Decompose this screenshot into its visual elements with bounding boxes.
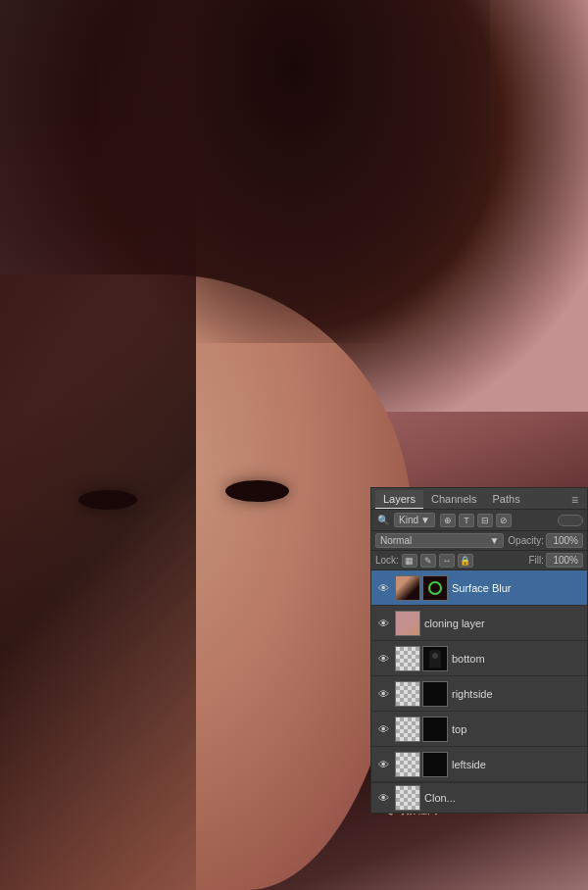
layer-item[interactable]: 👁 Surface Blur — [371, 570, 587, 606]
lock-move-button[interactable]: ↔ — [439, 554, 455, 568]
layer-name: top — [452, 723, 583, 735]
blend-opacity-row: Normal ▼ Opacity: 100% — [371, 531, 587, 551]
layer-name: Surface Blur — [452, 582, 583, 594]
eye-right — [225, 480, 289, 502]
fill-control: Fill: 100% — [528, 553, 583, 568]
hair-center — [98, 0, 490, 343]
blend-mode-chevron: ▼ — [489, 535, 499, 546]
layer-mask-thumbnail — [422, 752, 448, 777]
layer-visibility-toggle[interactable]: 👁 — [375, 616, 391, 631]
layer-thumbnails — [395, 575, 448, 601]
lock-fill-row: Lock: ▦ ✎ ↔ 🔒 Fill: 100% — [371, 551, 587, 570]
layer-thumbnails — [395, 785, 420, 811]
tab-paths[interactable]: Paths — [485, 490, 528, 509]
panel-menu-button[interactable]: ≡ — [566, 491, 583, 509]
layer-thumbnails — [395, 611, 420, 636]
filter-icon-plus[interactable]: ⊕ — [440, 514, 456, 527]
filter-kind-dropdown[interactable]: Kind ▼ — [394, 513, 435, 527]
layer-image-thumbnail — [395, 646, 420, 671]
layer-thumbnails — [395, 752, 448, 777]
filter-row: 🔍 Kind ▼ ⊕ T ⊟ ⊘ — [371, 510, 587, 531]
layer-thumbnails — [395, 717, 448, 742]
opacity-control: Opacity: 100% — [508, 533, 583, 548]
tab-layers[interactable]: Layers — [375, 490, 423, 509]
lock-paint-button[interactable]: ✎ — [420, 554, 436, 568]
layer-item[interactable]: 👁 rightside — [371, 676, 587, 712]
opacity-label: Opacity: — [508, 535, 544, 546]
layer-visibility-toggle[interactable]: 👁 — [375, 580, 391, 596]
layer-visibility-toggle[interactable]: 👁 — [375, 757, 391, 772]
layer-visibility-toggle[interactable]: 👁 — [375, 686, 391, 702]
filter-icon-shape[interactable]: ⊟ — [477, 514, 493, 527]
layer-visibility-toggle[interactable]: 👁 — [375, 721, 391, 737]
eye-left — [78, 490, 137, 510]
fill-input[interactable]: 100% — [546, 553, 583, 568]
layer-name: Clon... — [424, 792, 583, 804]
lock-label: Lock: — [375, 555, 399, 566]
layer-item[interactable]: 👁 top — [371, 712, 587, 747]
layers-list: 👁 Surface Blur 👁 cloning layer 👁 — [371, 570, 587, 782]
layer-name: cloning layer — [424, 618, 583, 629]
filter-kind-chevron: ▼ — [420, 515, 430, 525]
lock-icons: ▦ ✎ ↔ 🔒 — [402, 554, 473, 568]
layer-name: bottom — [452, 653, 583, 665]
layer-thumbnails — [395, 646, 448, 671]
layer-thumbnails — [395, 681, 448, 707]
layer-mask-thumbnail — [422, 681, 448, 707]
layer-image-thumbnail — [395, 681, 420, 707]
filter-kind-label: Kind — [399, 515, 418, 525]
search-icon: 🔍 — [375, 515, 391, 525]
lock-all-button[interactable]: 🔒 — [458, 554, 473, 568]
fill-label: Fill: — [528, 555, 544, 566]
layer-item-partial[interactable]: 👁 Clon... — [371, 782, 587, 813]
filter-toggle[interactable] — [558, 515, 583, 526]
filter-icons: ⊕ T ⊟ ⊘ — [440, 514, 512, 527]
layer-mask-thumbnail — [422, 575, 448, 601]
filter-icon-effect[interactable]: ⊘ — [496, 514, 512, 527]
layer-image-thumbnail — [395, 611, 420, 636]
layer-name: rightside — [452, 688, 583, 700]
layer-visibility-toggle[interactable]: 👁 — [375, 790, 391, 806]
filter-icon-text[interactable]: T — [459, 514, 474, 527]
panel-tabs: Layers Channels Paths ≡ — [371, 488, 587, 510]
layer-item[interactable]: 👁 cloning layer — [371, 606, 587, 641]
lock-pixels-button[interactable]: ▦ — [402, 554, 417, 568]
layers-panel: Layers Channels Paths ≡ 🔍 Kind ▼ ⊕ T ⊟ ⊘… — [370, 487, 588, 814]
tab-channels[interactable]: Channels — [423, 490, 484, 509]
layer-image-thumbnail — [395, 752, 420, 777]
layer-visibility-toggle[interactable]: 👁 — [375, 651, 391, 667]
layer-mask-thumbnail — [422, 646, 448, 671]
layer-item[interactable]: 👁 bottom — [371, 641, 587, 676]
opacity-input[interactable]: 100% — [546, 533, 583, 548]
layer-mask-thumbnail — [422, 717, 448, 742]
blend-mode-dropdown[interactable]: Normal ▼ — [375, 533, 504, 548]
layer-name: leftside — [452, 759, 583, 770]
layer-image-thumbnail — [395, 717, 420, 742]
layer-image-thumbnail — [395, 575, 420, 601]
green-circle-indicator — [428, 581, 442, 595]
layer-item[interactable]: 👁 leftside — [371, 747, 587, 782]
layer-image-thumbnail — [395, 785, 420, 811]
blend-mode-label: Normal — [380, 535, 412, 546]
